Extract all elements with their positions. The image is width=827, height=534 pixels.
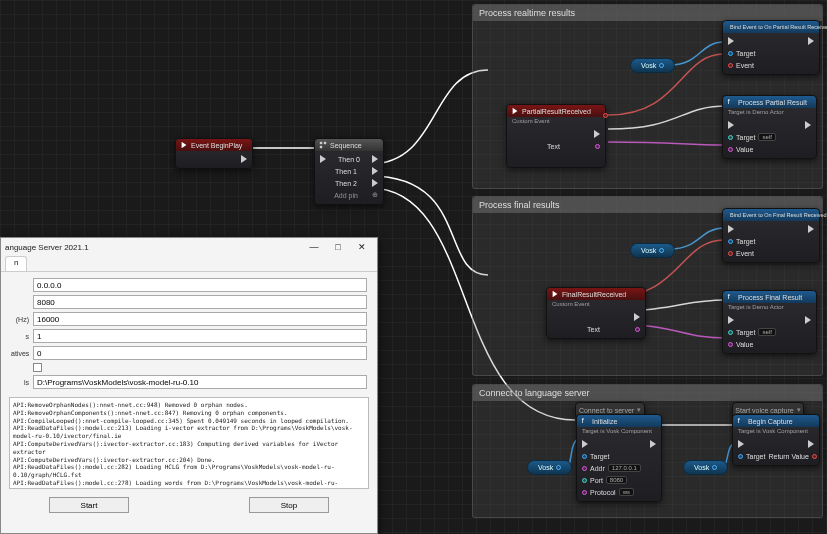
exec-in-pin[interactable] [728, 225, 734, 233]
value-pin[interactable] [728, 342, 733, 347]
exec-in-pin[interactable] [728, 316, 734, 324]
group-title: Process realtime results [473, 5, 822, 21]
dialog-form: (Hz) s atives ls [1, 272, 377, 395]
text-pin[interactable] [635, 327, 640, 332]
event-pin[interactable] [728, 63, 733, 68]
node-final-received[interactable]: FinalResultReceived Custom Event Text [546, 287, 646, 339]
target-pin[interactable] [582, 454, 587, 459]
node-bind-partial[interactable]: fBind Event to On Partial Result Receive… [722, 20, 820, 75]
exec-in-pin[interactable] [320, 155, 326, 163]
node-bind-final[interactable]: fBind Event to On Final Result Received … [722, 208, 820, 263]
model-path-input[interactable] [33, 375, 367, 389]
exec-in-pin[interactable] [728, 121, 734, 129]
f-icon: f [737, 417, 745, 425]
port-pin[interactable] [582, 478, 587, 483]
node-initialize[interactable]: fInitialize Target is Vosk Component Tar… [576, 414, 662, 502]
vosk-var-init[interactable]: Vosk [527, 460, 572, 475]
vosk-out-pin[interactable] [659, 248, 664, 253]
then0-pin[interactable] [372, 155, 378, 163]
vosk-out-pin[interactable] [659, 63, 664, 68]
exec-out-pin[interactable] [634, 313, 640, 321]
exec-out-pin[interactable] [241, 155, 247, 163]
dialog-title: anguage Server 2021.1 [5, 243, 89, 252]
addr-pin[interactable] [582, 466, 587, 471]
exec-in-pin[interactable] [738, 440, 744, 448]
stop-button[interactable]: Stop [249, 497, 329, 513]
checkbox[interactable] [33, 363, 42, 372]
text-pin[interactable] [595, 144, 600, 149]
target-pin[interactable] [728, 239, 733, 244]
exec-out-pin[interactable] [594, 130, 600, 138]
sequence-icon [319, 141, 327, 149]
vosk-out-pin[interactable] [712, 465, 717, 470]
port-input[interactable] [33, 295, 367, 309]
event-icon [551, 290, 559, 298]
protocol-pin[interactable] [582, 490, 587, 495]
close-button[interactable]: ✕ [351, 240, 373, 254]
then2-pin[interactable] [372, 179, 378, 187]
svg-text:f: f [728, 293, 730, 301]
language-server-dialog[interactable]: anguage Server 2021.1 — □ ✕ n (Hz) s ati… [0, 237, 378, 534]
exec-in-pin[interactable] [728, 37, 734, 45]
target-pin[interactable] [728, 330, 733, 335]
exec-out-pin[interactable] [805, 121, 811, 129]
exec-out-pin[interactable] [808, 37, 814, 45]
node-partial-received[interactable]: PartialResultReceived Custom Event Text [506, 104, 606, 168]
vosk-var-final[interactable]: Vosk [630, 243, 675, 258]
group-title: Connect to language server [473, 385, 822, 401]
node-event-beginplay[interactable]: Event BeginPlay [175, 138, 253, 169]
minimize-button[interactable]: — [303, 240, 325, 254]
target-pin[interactable] [728, 135, 733, 140]
exec-out-pin[interactable] [808, 440, 814, 448]
s-input[interactable] [33, 329, 367, 343]
exec-in-pin[interactable] [582, 440, 588, 448]
node-sequence[interactable]: Sequence Then 0 Then 1 Then 2 Add pin⊕ [314, 138, 384, 205]
delegate-pin[interactable] [603, 113, 608, 118]
target-pin[interactable] [728, 51, 733, 56]
vosk-var-capture[interactable]: Vosk [683, 460, 728, 475]
exec-out-pin[interactable] [808, 225, 814, 233]
node-process-final[interactable]: fProcess Final Result Target is Demo Act… [722, 290, 817, 354]
maximize-button[interactable]: □ [327, 240, 349, 254]
node-process-partial[interactable]: fProcess Partial Result Target is Demo A… [722, 95, 817, 159]
dialog-titlebar[interactable]: anguage Server 2021.1 — □ ✕ [1, 238, 377, 256]
svg-text:f: f [728, 98, 730, 106]
then1-pin[interactable] [372, 167, 378, 175]
f-icon: f [727, 293, 735, 301]
svg-rect-1 [324, 142, 326, 144]
log-output: API:RemoveOrphanNodes():nnet-nnet.cc:948… [9, 397, 369, 489]
exec-out-pin[interactable] [650, 440, 656, 448]
svg-text:f: f [582, 417, 584, 425]
event-icon [511, 107, 519, 115]
addr-input[interactable] [33, 278, 367, 292]
dialog-tab[interactable]: n [5, 256, 27, 271]
node-begin-capture[interactable]: fBegin Capture Target is Vosk Component … [732, 414, 820, 466]
f-icon: f [727, 98, 735, 106]
alternatives-input[interactable] [33, 346, 367, 360]
svg-text:f: f [738, 417, 740, 425]
vosk-out-pin[interactable] [556, 465, 561, 470]
svg-rect-0 [320, 142, 322, 144]
f-icon: f [581, 417, 589, 425]
target-pin[interactable] [738, 454, 743, 459]
exec-out-pin[interactable] [805, 316, 811, 324]
value-pin[interactable] [728, 147, 733, 152]
event-pin[interactable] [728, 251, 733, 256]
arrow-icon [180, 141, 188, 149]
return-pin[interactable] [812, 454, 817, 459]
svg-rect-2 [320, 146, 322, 148]
vosk-var-realtime[interactable]: Vosk [630, 58, 675, 73]
rate-input[interactable] [33, 312, 367, 326]
start-button[interactable]: Start [49, 497, 129, 513]
